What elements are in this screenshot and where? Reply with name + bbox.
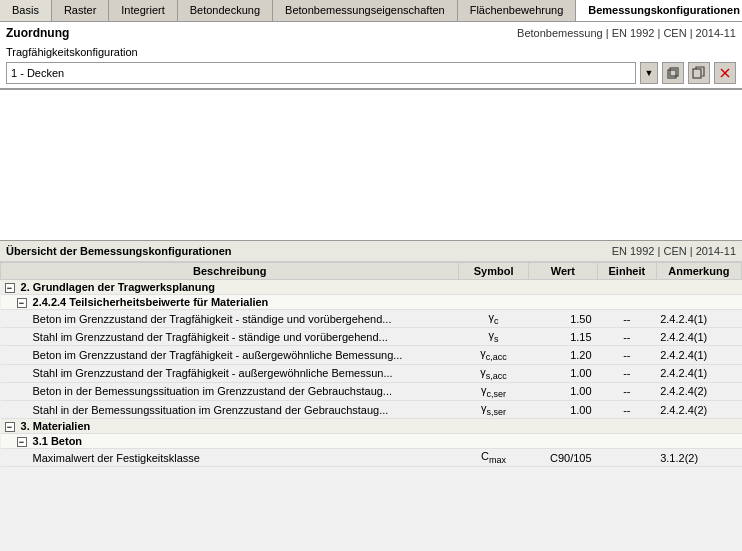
col-header-anmerkung: Anmerkung: [656, 263, 741, 280]
bottom-section-title: Übersicht der Bemessungskonfigurationen: [6, 245, 232, 257]
row-symbol: γc,acc: [459, 346, 528, 364]
table-subgroup-row: − 3.1 Beton: [1, 434, 742, 449]
tab-integriert[interactable]: Integriert: [109, 0, 177, 21]
svg-rect-2: [693, 69, 701, 78]
row-anmerkung: 2.4.2.4(1): [656, 364, 741, 382]
tab-flaechenbewehrung[interactable]: Flächenbewehrung: [458, 0, 577, 21]
row-desc: Beton in der Bemessungssituation im Gren…: [1, 382, 459, 400]
bottom-container: Übersicht der Bemessungskonfigurationen …: [0, 240, 742, 480]
table-row: Beton im Grenzzustand der Tragfähigkeit …: [1, 310, 742, 328]
tab-betondeckung[interactable]: Betondeckung: [178, 0, 273, 21]
tragfahigkeit-dropdown[interactable]: 1 - Decken: [6, 62, 636, 84]
row-einheit: --: [598, 346, 657, 364]
subgroup-expand-icon[interactable]: −: [17, 437, 27, 447]
row-wert: 1.00: [528, 400, 597, 418]
row-desc: Stahl im Grenzzustand der Tragfähigkeit …: [1, 328, 459, 346]
row-anmerkung: 2.4.2.4(2): [656, 382, 741, 400]
col-header-symbol: Symbol: [459, 263, 528, 280]
row-symbol: γs,ser: [459, 400, 528, 418]
toolbar-btn-delete[interactable]: [714, 62, 736, 84]
tab-basis[interactable]: Basis: [0, 0, 52, 21]
table-row: Stahl im Grenzzustand der Tragfähigkeit …: [1, 364, 742, 382]
row-einheit: --: [598, 364, 657, 382]
row-desc: Stahl in der Bemessungssituation im Gren…: [1, 400, 459, 418]
group-expand-icon[interactable]: −: [5, 422, 15, 432]
top-section-title: Zuordnung: [6, 26, 69, 40]
table-row: Beton in der Bemessungssituation im Gren…: [1, 382, 742, 400]
row-symbol: γc,ser: [459, 382, 528, 400]
row-anmerkung: 2.4.2.4(1): [656, 310, 741, 328]
toolbar-btn-copy1[interactable]: [662, 62, 684, 84]
dropdown-arrow-icon[interactable]: ▼: [640, 62, 658, 84]
row-wert: 1.00: [528, 382, 597, 400]
row-desc: Beton im Grenzzustand der Tragfähigkeit …: [1, 346, 459, 364]
toolbar-btn-copy2[interactable]: [688, 62, 710, 84]
col-header-einheit: Einheit: [598, 263, 657, 280]
row-einheit: --: [598, 400, 657, 418]
empty-area: [0, 90, 742, 240]
row-wert: C90/105: [528, 449, 597, 467]
tab-bar: Basis Raster Integriert Betondeckung Bet…: [0, 0, 742, 22]
row-einheit: [598, 449, 657, 467]
row-einheit: --: [598, 328, 657, 346]
config-label: Tragfähigkeitskonfiguration: [6, 46, 736, 58]
row-wert: 1.20: [528, 346, 597, 364]
bottom-header: Übersicht der Bemessungskonfigurationen …: [0, 240, 742, 262]
row-anmerkung: 2.4.2.4(2): [656, 400, 741, 418]
table-row: Stahl im Grenzzustand der Tragfähigkeit …: [1, 328, 742, 346]
bottom-norm-label: EN 1992 | CEN | 2014-11: [612, 245, 736, 257]
col-header-beschreibung: Beschreibung: [1, 263, 459, 280]
svg-rect-0: [668, 70, 676, 78]
row-symbol: γc: [459, 310, 528, 328]
tab-bemessungskonfigurationen[interactable]: Bemessungskonfigurationen: [576, 0, 742, 21]
tab-raster[interactable]: Raster: [52, 0, 109, 21]
row-wert: 1.15: [528, 328, 597, 346]
table-subgroup-row: − 2.4.2.4 Teilsicherheitsbeiwerte für Ma…: [1, 295, 742, 310]
subgroup-expand-icon[interactable]: −: [17, 298, 27, 308]
row-wert: 1.00: [528, 364, 597, 382]
row-einheit: --: [598, 382, 657, 400]
row-symbol: γs: [459, 328, 528, 346]
row-desc: Stahl im Grenzzustand der Tragfähigkeit …: [1, 364, 459, 382]
col-header-wert: Wert: [528, 263, 597, 280]
table-row: Beton im Grenzzustand der Tragfähigkeit …: [1, 346, 742, 364]
table-row: Stahl in der Bemessungssituation im Gren…: [1, 400, 742, 418]
top-section: Zuordnung Betonbemessung | EN 1992 | CEN…: [0, 22, 742, 90]
svg-rect-1: [670, 68, 678, 76]
row-desc: Maximalwert der Festigkeitsklasse: [1, 449, 459, 467]
table-scroll-area[interactable]: Beschreibung Symbol Wert Einheit Anmerku…: [0, 262, 742, 480]
group-expand-icon[interactable]: −: [5, 283, 15, 293]
top-norm-label: Betonbemessung | EN 1992 | CEN | 2014-11: [517, 27, 736, 39]
tab-betonbemessung[interactable]: Betonbemessungseigenschaften: [273, 0, 458, 21]
table-group-row: − 3. Materialien: [1, 419, 742, 434]
row-symbol: Cmax: [459, 449, 528, 467]
row-einheit: --: [598, 310, 657, 328]
row-anmerkung: 2.4.2.4(1): [656, 346, 741, 364]
table-group-row: − 2. Grundlagen der Tragwerksplanung: [1, 280, 742, 295]
row-desc: Beton im Grenzzustand der Tragfähigkeit …: [1, 310, 459, 328]
row-wert: 1.50: [528, 310, 597, 328]
row-anmerkung: 3.1.2(2): [656, 449, 741, 467]
data-table: Beschreibung Symbol Wert Einheit Anmerku…: [0, 262, 742, 467]
row-symbol: γs,acc: [459, 364, 528, 382]
table-row: Maximalwert der Festigkeitsklasse Cmax C…: [1, 449, 742, 467]
row-anmerkung: 2.4.2.4(1): [656, 328, 741, 346]
